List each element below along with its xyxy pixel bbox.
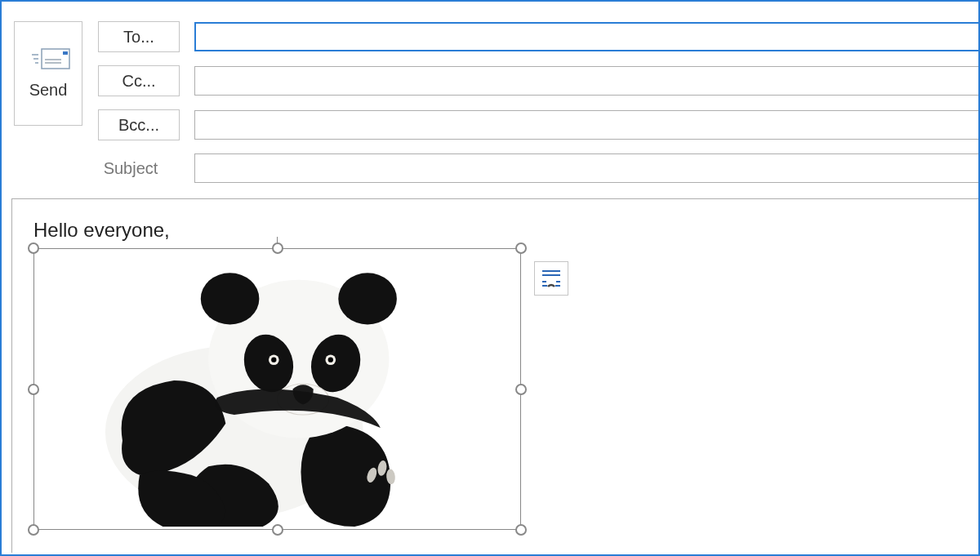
to-button[interactable]: To... [98, 21, 180, 52]
resize-handle-bottom-middle[interactable] [272, 524, 283, 536]
layout-options-icon [540, 267, 563, 290]
selected-image-frame[interactable] [33, 248, 521, 530]
cc-input[interactable] [194, 66, 978, 96]
resize-handle-top-right[interactable] [515, 242, 527, 254]
resize-handle-top-left[interactable] [28, 242, 39, 254]
resize-handle-middle-left[interactable] [28, 384, 39, 395]
bcc-button[interactable]: Bcc... [98, 109, 180, 140]
resize-handle-bottom-right[interactable] [515, 524, 527, 536]
send-envelope-icon [32, 48, 65, 69]
compose-window: Send To... Cc... Bcc... Subject Hello ev… [0, 0, 980, 556]
cc-row: Cc... [98, 65, 978, 96]
cc-button[interactable]: Cc... [98, 65, 180, 96]
bcc-row: Bcc... [98, 109, 978, 140]
svg-point-14 [271, 358, 276, 363]
to-input[interactable] [194, 22, 978, 51]
subject-label: Subject [82, 159, 180, 178]
resize-handle-bottom-left[interactable] [28, 524, 39, 536]
resize-handle-middle-right[interactable] [515, 384, 527, 395]
send-button[interactable]: Send [14, 21, 82, 126]
subject-row: Subject [82, 153, 978, 183]
bcc-input[interactable] [194, 110, 978, 140]
body-greeting-text: Hello everyone, [33, 219, 957, 242]
subject-input[interactable] [194, 153, 978, 183]
svg-point-16 [328, 358, 333, 363]
message-body[interactable]: Hello everyone, [11, 198, 978, 553]
inserted-image[interactable] [37, 251, 518, 527]
message-header: Send To... Cc... Bcc... Subject [2, 2, 978, 10]
send-label: Send [29, 81, 68, 100]
svg-point-10 [338, 273, 397, 324]
svg-point-9 [201, 273, 260, 324]
svg-rect-1 [63, 51, 68, 55]
layout-options-button[interactable] [534, 261, 568, 296]
to-row: To... [98, 21, 978, 52]
resize-handle-top-middle[interactable] [272, 242, 283, 254]
